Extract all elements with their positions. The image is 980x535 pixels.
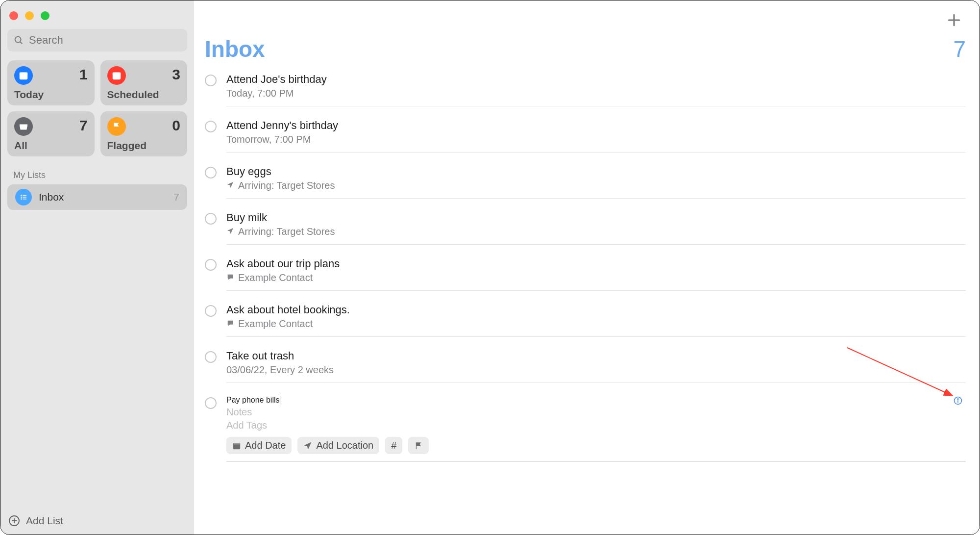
reminder-title: Attend Joe's birthday (226, 73, 327, 86)
complete-checkbox[interactable] (205, 213, 217, 225)
hash-icon: # (391, 440, 396, 451)
sidebar-list-name: Inbox (39, 191, 167, 203)
add-flag-chip[interactable] (408, 437, 429, 454)
search-field[interactable] (7, 29, 187, 51)
smart-list-today[interactable]: 1 Today (7, 60, 95, 105)
info-icon (953, 396, 963, 406)
complete-checkbox[interactable] (205, 75, 217, 86)
tags-placeholder[interactable]: Add Tags (226, 420, 966, 431)
smart-list-flagged-label: Flagged (107, 140, 181, 152)
minimize-window-button[interactable] (25, 11, 34, 20)
location-icon (226, 226, 234, 237)
calendar-icon (107, 66, 126, 85)
complete-checkbox[interactable] (205, 397, 217, 409)
reminder-title-input[interactable]: Pay phone bills (226, 396, 280, 405)
svg-rect-18 (233, 443, 240, 444)
smart-list-all-label: All (14, 140, 88, 152)
reminder-row[interactable]: Ask about hotel bookings. Example Contac… (205, 297, 966, 343)
svg-point-6 (21, 195, 22, 196)
complete-checkbox[interactable] (205, 305, 217, 317)
plus-icon (946, 12, 962, 28)
search-input[interactable] (29, 34, 181, 47)
smart-list-scheduled-label: Scheduled (107, 89, 181, 101)
reminder-row[interactable]: Buy milk Arriving: Target Stores (205, 204, 966, 251)
message-icon (226, 272, 234, 283)
svg-line-1 (20, 42, 22, 44)
add-date-chip[interactable]: Add Date (226, 437, 292, 454)
smart-list-flagged-count: 0 (172, 117, 180, 134)
add-location-label: Add Location (316, 440, 373, 451)
zoom-window-button[interactable] (41, 11, 49, 20)
calendar-today-icon (14, 66, 33, 85)
info-button[interactable] (953, 396, 963, 408)
sidebar-list-count: 7 (173, 191, 179, 203)
smart-list-flagged[interactable]: 0 Flagged (100, 111, 188, 156)
plus-circle-icon (8, 515, 20, 527)
svg-rect-11 (23, 199, 27, 200)
add-date-label: Add Date (245, 440, 286, 451)
svg-point-8 (21, 198, 22, 200)
reminder-title: Buy milk (226, 211, 267, 224)
flag-icon (107, 117, 126, 136)
reminder-title: Ask about hotel bookings. (226, 304, 350, 316)
search-icon (13, 35, 24, 46)
smart-list-all-count: 7 (79, 117, 88, 134)
reminder-title: Take out trash (226, 350, 294, 362)
my-lists-header: My Lists (7, 168, 187, 184)
page-title: Inbox (205, 36, 265, 62)
complete-checkbox[interactable] (205, 259, 217, 271)
location-icon (226, 180, 234, 191)
reminder-meta: Today, 7:00 PM (226, 88, 966, 99)
close-window-button[interactable] (9, 11, 18, 20)
list-bullet-icon (15, 189, 32, 205)
smart-list-scheduled-count: 3 (172, 66, 180, 83)
smart-list-scheduled[interactable]: 3 Scheduled (100, 60, 188, 105)
smart-list-today-count: 1 (79, 66, 88, 83)
page-count: 7 (953, 36, 966, 62)
smart-list-all[interactable]: 7 All (7, 111, 95, 156)
reminder-row[interactable]: Attend Jenny's birthday Tomorrow, 7:00 P… (205, 112, 966, 158)
reminder-row-editing[interactable]: Pay phone bills Notes Add Tags Add Date … (205, 389, 966, 468)
svg-point-0 (15, 37, 21, 43)
sidebar-list-inbox[interactable]: Inbox 7 (7, 184, 187, 210)
message-icon (226, 318, 234, 330)
svg-point-7 (21, 197, 22, 198)
add-location-chip[interactable]: Add Location (297, 437, 379, 454)
reminder-title: Attend Jenny's birthday (226, 119, 338, 132)
reminder-meta: Tomorrow, 7:00 PM (226, 134, 966, 145)
reminder-title: Ask about our trip plans (226, 257, 340, 270)
reminder-row[interactable]: Buy eggs Arriving: Target Stores (205, 158, 966, 204)
svg-rect-3 (20, 73, 28, 75)
window-controls (7, 7, 187, 29)
calendar-icon (232, 441, 241, 450)
complete-checkbox[interactable] (205, 121, 217, 132)
tray-icon (14, 117, 33, 136)
sidebar: 1 Today 3 Scheduled 7 (0, 0, 194, 535)
location-icon (303, 441, 312, 450)
svg-point-21 (957, 399, 958, 400)
add-list-label: Add List (26, 515, 63, 527)
svg-rect-9 (23, 195, 27, 196)
add-list-button[interactable]: Add List (7, 512, 187, 528)
smart-list-today-label: Today (14, 89, 88, 101)
reminder-row[interactable]: Take out trash 03/06/22, Every 2 weeks (205, 343, 966, 389)
complete-checkbox[interactable] (205, 167, 217, 178)
svg-rect-5 (112, 73, 121, 75)
flag-icon (414, 441, 423, 450)
reminder-row[interactable]: Ask about our trip plans Example Contact (205, 251, 966, 297)
reminder-meta: Arriving: Target Stores (226, 226, 966, 237)
add-tag-chip[interactable]: # (385, 437, 402, 454)
svg-rect-10 (23, 197, 27, 198)
new-reminder-button[interactable] (946, 12, 962, 30)
reminder-meta: 03/06/22, Every 2 weeks (226, 364, 966, 376)
reminder-row[interactable]: Attend Joe's birthday Today, 7:00 PM (205, 66, 966, 112)
reminder-meta: Arriving: Target Stores (226, 180, 966, 191)
complete-checkbox[interactable] (205, 351, 217, 363)
reminder-meta: Example Contact (226, 318, 966, 330)
main-content: Inbox 7 Attend Joe's birthday Today, 7:0… (194, 0, 980, 535)
reminder-meta: Example Contact (226, 272, 966, 283)
reminder-title: Buy eggs (226, 165, 271, 178)
notes-placeholder[interactable]: Notes (226, 407, 966, 418)
